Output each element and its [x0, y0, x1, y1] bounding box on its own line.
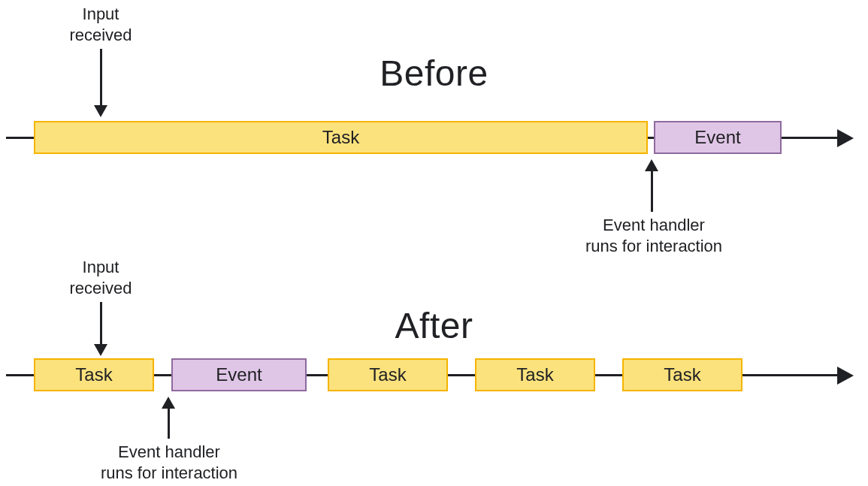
- after-input-line1: Input: [83, 258, 119, 276]
- after-task-label-2: Task: [369, 364, 406, 385]
- after-task-box-3: Task: [475, 358, 595, 391]
- before-axis-arrowhead: [837, 129, 854, 147]
- after-task-label-1: Task: [75, 364, 112, 385]
- before-event-label: Event: [694, 127, 740, 148]
- after-input-line2: received: [69, 279, 132, 297]
- after-task-label-3: Task: [516, 364, 553, 385]
- after-task-label-4: Task: [664, 364, 700, 385]
- before-task-label: Task: [322, 127, 359, 148]
- before-input-annotation: Input received: [56, 4, 146, 45]
- before-handler-annotation: Event handler runs for interaction: [575, 215, 733, 256]
- after-event-label: Event: [216, 364, 262, 385]
- before-event-box: Event: [654, 121, 782, 154]
- after-task-box-2: Task: [328, 358, 448, 391]
- after-input-annotation: Input received: [56, 257, 146, 298]
- after-handler-line2: runs for interaction: [101, 463, 237, 482]
- after-handler-line1: Event handler: [118, 442, 220, 461]
- after-title: After: [0, 305, 868, 346]
- before-title: Before: [0, 53, 868, 94]
- after-event-box: Event: [171, 358, 307, 391]
- before-handler-line1: Event handler: [603, 216, 705, 234]
- after-axis-arrowhead: [837, 367, 854, 385]
- after-task-box-4: Task: [622, 358, 742, 391]
- after-task-box-1: Task: [34, 358, 154, 391]
- before-input-line2: received: [69, 26, 132, 44]
- before-handler-line2: runs for interaction: [585, 237, 722, 255]
- before-input-line1: Input: [83, 5, 119, 23]
- before-task-box: Task: [34, 121, 648, 154]
- after-handler-annotation: Event handler runs for interaction: [90, 442, 248, 483]
